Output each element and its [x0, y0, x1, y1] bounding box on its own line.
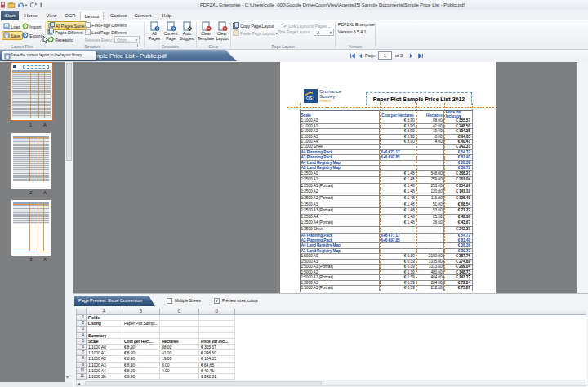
svg-text:osi: osi [306, 95, 314, 100]
